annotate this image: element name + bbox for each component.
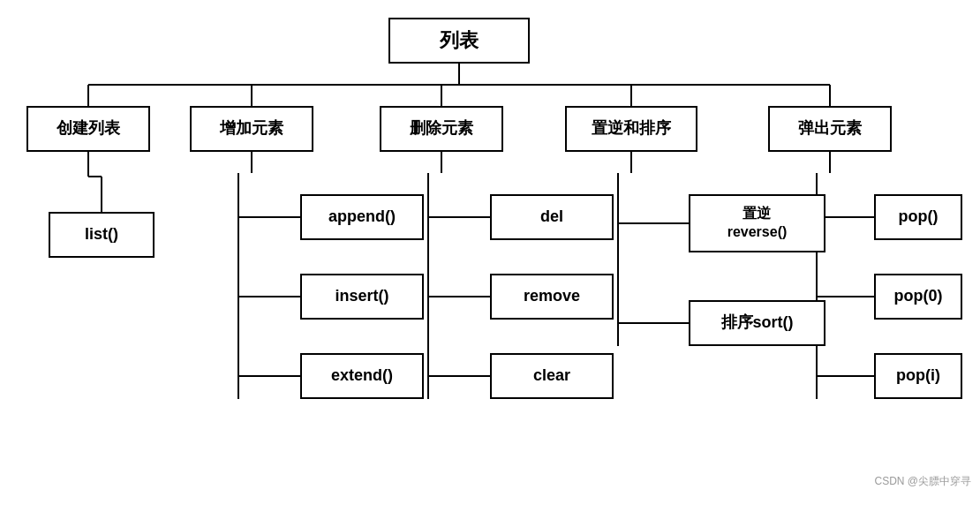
node-reverse-sort: 置逆和排序 xyxy=(565,106,697,152)
diagram: 列表 创建列表 增加元素 删除元素 置逆和排序 弹出元素 list() appe… xyxy=(0,0,980,494)
node-popi: pop(i) xyxy=(874,353,962,399)
node-reverse: 置逆 reverse() xyxy=(689,194,825,252)
node-pop: pop() xyxy=(874,194,962,240)
node-clear: clear xyxy=(490,353,614,399)
node-add: 增加元素 xyxy=(190,106,313,152)
node-delete: 删除元素 xyxy=(380,106,503,152)
node-list: list() xyxy=(49,212,155,258)
node-append: append() xyxy=(300,194,424,240)
node-pop-elem: 弹出元素 xyxy=(768,106,892,152)
node-pop0: pop(0) xyxy=(874,274,962,320)
node-insert: insert() xyxy=(300,274,424,320)
node-extend: extend() xyxy=(300,353,424,399)
watermark: CSDN @尖膘中穿寻 xyxy=(874,474,971,489)
node-remove: remove xyxy=(490,274,614,320)
node-root: 列表 xyxy=(388,18,530,64)
node-sort: 排序sort() xyxy=(689,300,825,346)
node-create: 创建列表 xyxy=(26,106,150,152)
node-del: del xyxy=(490,194,614,240)
